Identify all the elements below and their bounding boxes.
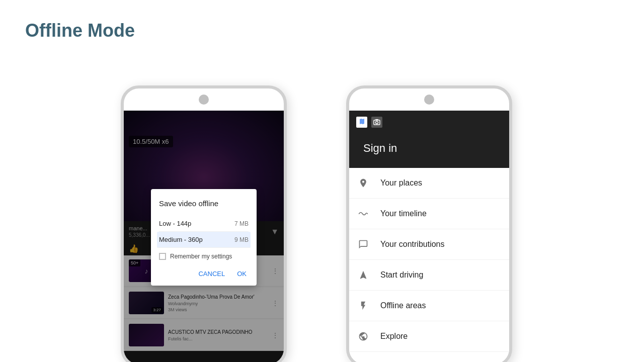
menu-label-contributions: Your contributions	[380, 240, 445, 249]
menu-label-explore: Explore	[380, 332, 408, 341]
maps-header	[349, 111, 509, 134]
svg-point-1	[376, 121, 378, 124]
offline-icon	[356, 299, 370, 313]
phone-right: Sign in Your places Your	[346, 85, 512, 362]
menu-label-places: Your places	[380, 178, 422, 188]
menu-item-traffic[interactable]: Traffic	[349, 352, 509, 362]
menu-item-timeline[interactable]: Your timeline	[349, 199, 509, 229]
quality-size-low: 7 MB	[234, 220, 249, 227]
menu-item-places[interactable]: Your places	[349, 168, 509, 199]
menu-item-driving[interactable]: Start driving	[349, 260, 509, 291]
traffic-icon	[356, 360, 370, 362]
remember-label: Remember my settings	[170, 253, 232, 260]
menu-label-offline: Offline areas	[380, 301, 426, 310]
camera-notch-right	[424, 95, 434, 105]
menu-label-timeline: Your timeline	[380, 209, 427, 218]
phone-left: mane... 5,336,0... ▼ 👍 50+ ♪ pagodinho Y…	[121, 85, 287, 362]
timeline-icon	[356, 207, 370, 221]
photo-icon	[371, 117, 382, 128]
quality-option-low[interactable]: Low - 144p 7 MB	[159, 216, 249, 232]
quality-label-medium: Medium - 360p	[159, 236, 203, 243]
menu-item-offline[interactable]: Offline areas	[349, 291, 509, 321]
sign-in-text[interactable]: Sign in	[356, 137, 502, 160]
dialog-title: Save video offline	[159, 199, 249, 208]
save-offline-dialog: Save video offline Low - 144p 7 MB Mediu…	[151, 189, 257, 286]
camera-notch-left	[199, 95, 209, 105]
cancel-button[interactable]: CANCEL	[196, 268, 227, 280]
maps-logo	[356, 117, 382, 128]
remember-settings-row[interactable]: Remember my settings	[159, 248, 249, 268]
navigation-icon	[356, 268, 370, 282]
maps-icon	[356, 117, 367, 128]
dialog-overlay: Save video offline Low - 144p 7 MB Mediu…	[124, 111, 284, 362]
dialog-actions: CANCEL OK	[159, 268, 249, 280]
menu-item-explore[interactable]: Explore	[349, 321, 509, 352]
remember-checkbox[interactable]	[159, 253, 166, 260]
quality-option-medium[interactable]: Medium - 360p 9 MB	[157, 232, 251, 248]
menu-label-driving: Start driving	[380, 270, 423, 280]
quality-size-medium: 9 MB	[234, 236, 249, 243]
explore-icon	[356, 329, 370, 343]
page-title: Offline Mode	[25, 20, 135, 41]
sign-in-section: Sign in	[349, 134, 509, 168]
location-pin-icon	[356, 176, 370, 190]
quality-label-low: Low - 144p	[159, 220, 191, 227]
svg-rect-2	[375, 119, 378, 120]
ok-button[interactable]: OK	[235, 268, 249, 280]
screen-left: mane... 5,336,0... ▼ 👍 50+ ♪ pagodinho Y…	[124, 111, 284, 362]
screen-right: Sign in Your places Your	[349, 111, 509, 362]
menu-item-contributions[interactable]: Your contributions	[349, 229, 509, 260]
menu-list: Your places Your timeline Your con	[349, 168, 509, 362]
contribution-icon	[356, 237, 370, 251]
